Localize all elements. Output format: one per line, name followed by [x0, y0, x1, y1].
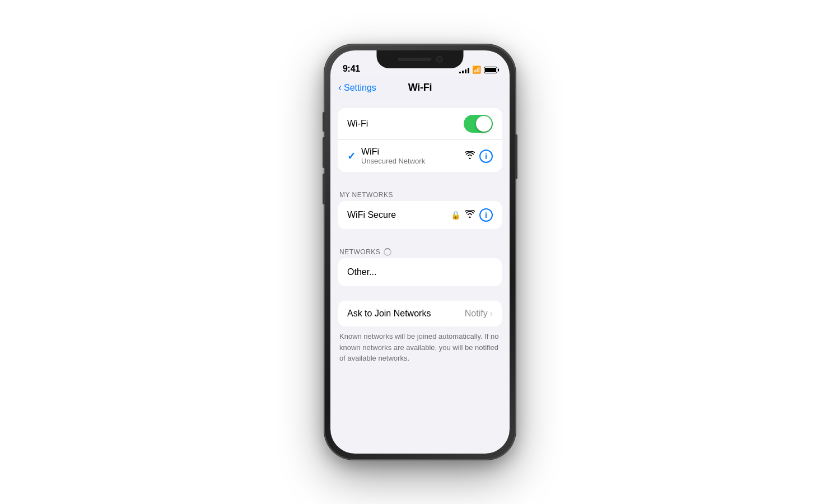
front-camera — [436, 56, 442, 63]
speaker — [398, 58, 431, 61]
signal-bars-icon — [459, 67, 469, 73]
wifi-secure-row[interactable]: WiFi Secure 🔒 — [338, 201, 502, 229]
wifi-secure-info-button[interactable]: i — [479, 208, 493, 222]
status-time: 9:41 — [343, 64, 360, 74]
ask-to-join-label: Ask to Join Networks — [347, 309, 465, 319]
wifi-toggle-label: Wi-Fi — [347, 119, 464, 129]
wifi-status-icon: 📶 — [472, 66, 481, 74]
navigation-bar: ‹ Settings Wi-Fi — [330, 77, 510, 99]
lock-icon: 🔒 — [451, 211, 460, 220]
network-label-group: WiFi Unsecured Network — [361, 147, 465, 165]
ask-to-join-card: Ask to Join Networks Notify › — [338, 301, 502, 326]
networks-card: Other... — [338, 258, 502, 286]
loading-spinner — [384, 248, 391, 256]
networks-section-header: NETWORKS — [330, 244, 510, 258]
current-network-icons: i — [465, 150, 493, 163]
wifi-toggle-card: Wi-Fi ✓ WiFi Unsecured Network — [338, 108, 502, 172]
wifi-secure-icons: 🔒 i — [451, 208, 493, 222]
status-icons: 📶 — [459, 66, 497, 74]
connected-checkmark-icon: ✓ — [347, 150, 356, 162]
wifi-toggle[interactable] — [464, 115, 493, 133]
my-networks-section: MY NETWORKS WiFi Secure 🔒 — [330, 186, 510, 229]
wifi-secure-name: WiFi Secure — [347, 210, 451, 220]
other-network-label: Other... — [347, 267, 376, 277]
phone-screen: 9:41 📶 ‹ Settings — [330, 50, 510, 454]
notch — [377, 50, 464, 68]
phone-device: 9:41 📶 ‹ Settings — [325, 45, 515, 459]
page-content: ‹ Settings Wi-Fi Wi-Fi — [330, 77, 510, 454]
battery-icon — [484, 67, 497, 73]
ask-to-join-footer: Known networks will be joined automatica… — [330, 326, 510, 373]
back-chevron-icon: ‹ — [338, 82, 342, 94]
networks-section: NETWORKS Other... — [330, 244, 510, 286]
wifi-secure-signal-icon — [465, 210, 475, 220]
wifi-toggle-row: Wi-Fi — [338, 108, 502, 139]
power-button[interactable] — [515, 134, 517, 179]
wifi-secure-label-group: WiFi Secure — [347, 210, 451, 220]
wifi-signal-icon — [465, 151, 475, 161]
network-info-button[interactable]: i — [479, 150, 493, 163]
ask-to-join-value-group: Notify › — [465, 309, 493, 319]
content-area: Wi-Fi ✓ WiFi Unsecured Network — [330, 99, 510, 444]
ask-to-join-row[interactable]: Ask to Join Networks Notify › — [338, 301, 502, 326]
ask-to-join-chevron-icon: › — [490, 309, 493, 319]
toggle-knob — [476, 116, 492, 132]
current-network-name: WiFi — [361, 147, 465, 157]
networks-label: NETWORKS — [339, 248, 380, 256]
other-network-row[interactable]: Other... — [338, 258, 502, 286]
current-network-row[interactable]: ✓ WiFi Unsecured Network — [338, 139, 502, 172]
volume-down-button[interactable] — [323, 174, 325, 204]
back-label: Settings — [344, 83, 376, 93]
current-network-sublabel: Unsecured Network — [361, 157, 465, 165]
page-title: Wi-Fi — [408, 82, 432, 94]
my-networks-card: WiFi Secure 🔒 — [338, 201, 502, 229]
volume-up-button[interactable] — [323, 137, 325, 168]
ask-to-join-value: Notify — [465, 309, 488, 319]
my-networks-label: MY NETWORKS — [330, 186, 510, 201]
back-button[interactable]: ‹ Settings — [338, 82, 376, 94]
